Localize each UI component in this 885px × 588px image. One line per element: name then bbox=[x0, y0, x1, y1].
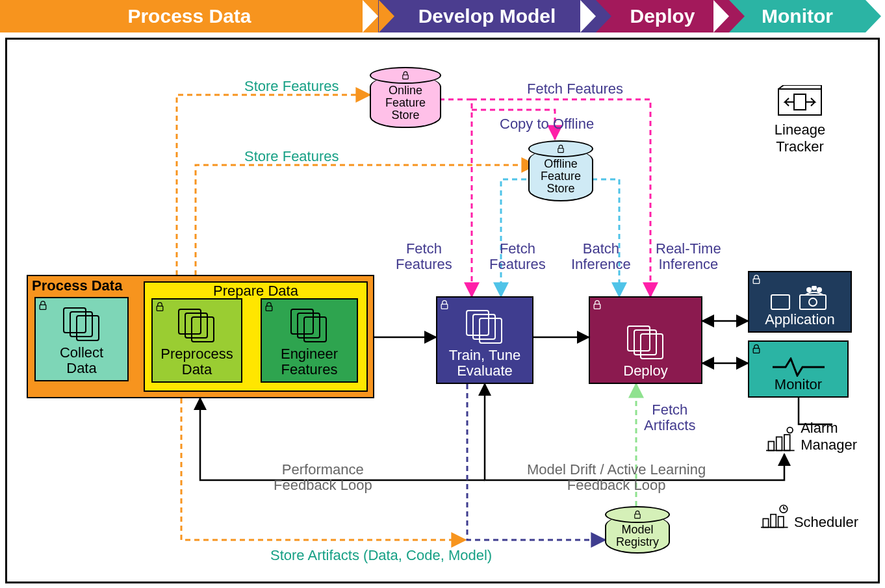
label-fetch-artifacts: Fetch Artifacts bbox=[644, 402, 695, 433]
node-application: Application bbox=[748, 271, 852, 333]
lineage-tracker-label: Lineage Tracker bbox=[767, 121, 832, 155]
group-process-data-label: Process Data bbox=[32, 277, 122, 294]
node-preprocess-data: Preprocess Data bbox=[151, 298, 242, 383]
svg-rect-14 bbox=[558, 148, 563, 152]
lock-icon bbox=[556, 144, 565, 153]
svg-rect-1 bbox=[157, 306, 163, 311]
lock-icon bbox=[264, 301, 274, 312]
phase-monitor-label: Monitor bbox=[762, 5, 833, 27]
node-train-label: Train, Tune Evaluate bbox=[449, 348, 520, 379]
heartbeat-icon bbox=[773, 357, 825, 377]
lock-icon bbox=[592, 300, 602, 310]
node-deploy-label: Deploy bbox=[623, 363, 667, 379]
node-offline-feature-store: Offline Feature Store bbox=[528, 140, 593, 201]
svg-rect-2 bbox=[266, 306, 272, 311]
node-monitor: Monitor bbox=[748, 340, 849, 398]
diagram-canvas: Process Data Prepare Data Collect Data P… bbox=[5, 38, 880, 583]
group-prepare-data-label: Prepare Data bbox=[213, 283, 298, 300]
svg-rect-9 bbox=[771, 295, 789, 309]
alarm-manager-icon bbox=[766, 425, 797, 454]
phase-process-data: Process Data bbox=[0, 0, 379, 32]
alarm-manager-label: Alarm Manager bbox=[801, 420, 857, 454]
node-model-registry: Model Registry bbox=[605, 506, 670, 554]
label-perf-feedback: Performance Feedback Loop bbox=[274, 462, 372, 493]
documents-icon bbox=[627, 326, 665, 361]
node-model-registry-label: Model Registry bbox=[609, 524, 666, 548]
documents-icon bbox=[290, 309, 328, 344]
svg-rect-17 bbox=[794, 94, 806, 110]
lock-icon bbox=[439, 300, 450, 310]
node-offline-feature-store-label: Offline Feature Store bbox=[532, 158, 589, 195]
svg-point-6 bbox=[806, 287, 812, 292]
svg-rect-21 bbox=[784, 435, 790, 450]
documents-icon bbox=[466, 310, 504, 345]
node-online-feature-store-label: Online Feature Store bbox=[374, 84, 437, 121]
label-copy-to-offline: Copy to Offline bbox=[500, 116, 594, 132]
documents-icon bbox=[63, 307, 101, 342]
phase-process-label: Process Data bbox=[127, 5, 251, 27]
alarm-manager: Alarm Manager bbox=[766, 420, 857, 454]
node-deploy: Deploy bbox=[589, 296, 702, 384]
lock-icon bbox=[155, 301, 165, 312]
node-application-label: Application bbox=[765, 312, 835, 327]
node-preprocess-data-label: Preprocess Data bbox=[160, 346, 233, 377]
scheduler: Scheduler bbox=[761, 502, 858, 531]
phase-monitor: Monitor bbox=[729, 0, 866, 32]
node-collect-data-label: Collect Data bbox=[60, 345, 103, 376]
node-engineer-features-label: Engineer Features bbox=[281, 346, 338, 377]
svg-point-11 bbox=[809, 298, 817, 306]
label-store-artifacts: Store Artifacts (Data, Code, Model) bbox=[270, 548, 492, 563]
svg-rect-12 bbox=[753, 348, 760, 353]
label-store-features-online: Store Features bbox=[244, 79, 339, 94]
svg-rect-4 bbox=[594, 304, 600, 309]
phase-deploy-label: Deploy bbox=[630, 5, 695, 27]
node-online-feature-store: Online Feature Store bbox=[370, 67, 441, 128]
svg-point-7 bbox=[817, 287, 822, 292]
phase-develop-model: Develop Model bbox=[378, 0, 596, 32]
label-fetch-features-left: Fetch Features bbox=[396, 241, 452, 272]
svg-rect-3 bbox=[441, 304, 448, 309]
node-engineer-features: Engineer Features bbox=[261, 298, 358, 383]
application-icon bbox=[764, 286, 836, 312]
node-collect-data: Collect Data bbox=[34, 297, 129, 381]
node-train-tune-evaluate: Train, Tune Evaluate bbox=[436, 296, 533, 384]
label-batch-inference: Batch Inference bbox=[571, 241, 631, 272]
phase-deploy: Deploy bbox=[596, 0, 729, 32]
lock-icon bbox=[751, 274, 762, 285]
lineage-tracker: Lineage Tracker bbox=[767, 85, 832, 155]
label-fetch-features-right: Fetch Features bbox=[489, 241, 546, 272]
svg-rect-15 bbox=[635, 514, 640, 518]
label-fetch-features-top: Fetch Features bbox=[527, 81, 623, 97]
svg-rect-28 bbox=[778, 517, 784, 528]
documents-icon bbox=[178, 309, 216, 344]
scheduler-label: Scheduler bbox=[794, 514, 858, 531]
svg-rect-5 bbox=[753, 279, 760, 283]
svg-rect-26 bbox=[763, 518, 768, 527]
svg-rect-0 bbox=[40, 305, 46, 309]
svg-rect-20 bbox=[776, 437, 782, 451]
svg-rect-19 bbox=[768, 441, 774, 450]
scheduler-icon bbox=[761, 502, 790, 531]
node-monitor-label: Monitor bbox=[775, 377, 822, 392]
lock-icon bbox=[751, 344, 762, 354]
label-store-features-offline: Store Features bbox=[244, 149, 339, 164]
svg-rect-10 bbox=[800, 295, 826, 309]
lineage-tracker-icon bbox=[777, 85, 823, 118]
label-drift-feedback: Model Drift / Active Learning Feedback L… bbox=[527, 462, 706, 493]
lock-icon bbox=[38, 300, 48, 311]
label-realtime-inference: Real-Time Inference bbox=[656, 241, 721, 272]
svg-point-18 bbox=[787, 428, 793, 433]
svg-point-8 bbox=[812, 286, 817, 290]
svg-rect-13 bbox=[403, 75, 408, 79]
phase-develop-label: Develop Model bbox=[418, 5, 556, 27]
lock-icon bbox=[401, 71, 410, 80]
svg-rect-27 bbox=[771, 515, 776, 528]
lock-icon bbox=[633, 510, 642, 519]
